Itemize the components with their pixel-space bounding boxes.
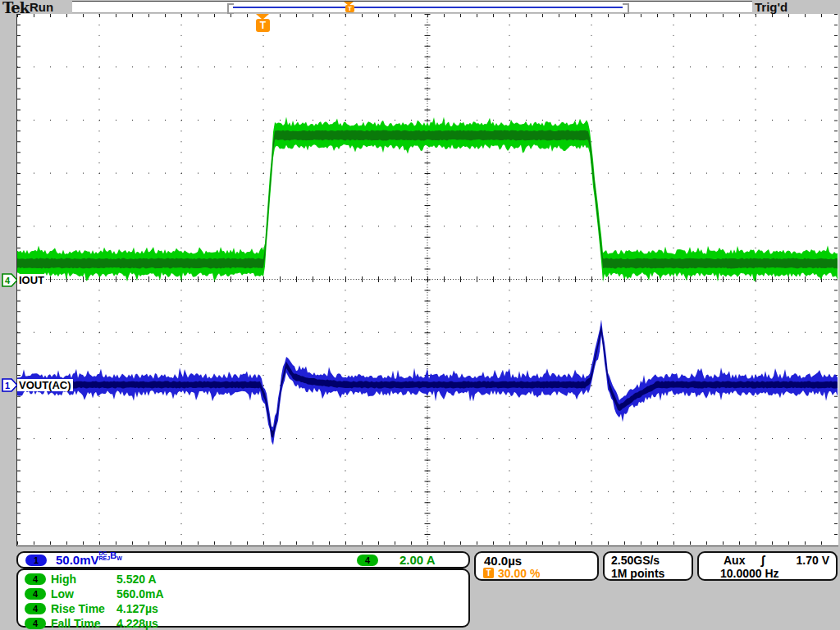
channel4-badge: 4	[25, 603, 46, 614]
channel4-badge: 4	[25, 618, 46, 629]
oscilloscope-screen: Tek Run T Trig'd T 4 1 IOUT VOUT(AC) 1 5…	[0, 0, 840, 630]
trigger-position-readout: 30.00 %	[498, 567, 540, 580]
channel4-waveform-label: IOUT	[17, 274, 46, 286]
channel4-badge: 4	[25, 588, 46, 600]
sample-rate-readout: 2.50GS/s	[611, 554, 660, 567]
trigger-status: Trig'd	[755, 0, 788, 14]
record-length-readout: 1M points	[611, 567, 664, 580]
timebase-readout: 40.0µs	[484, 554, 522, 568]
trigger-source-readout: Aux	[724, 554, 745, 567]
measurement-name: High	[51, 573, 76, 586]
measurement-value: 4.228µs	[116, 617, 158, 630]
record-line	[233, 7, 623, 8]
measurement-value: 560.0mA	[116, 587, 164, 600]
measurement-row: 4 Rise Time 4.127µs	[18, 602, 468, 616]
acquisition-status: Run	[30, 0, 53, 14]
trigger-level-readout: 1.70 V	[797, 554, 829, 567]
record-window-right-bracket	[623, 3, 629, 15]
channel4-badge: 4	[25, 573, 46, 585]
acquisition-readout-box[interactable]: 2.50GS/s 1M points	[603, 551, 693, 581]
trigger-position-marker[interactable]: T	[256, 19, 270, 32]
waveform-canvas	[17, 14, 838, 545]
measurement-name: Rise Time	[51, 602, 105, 615]
measurement-row: 4 Fall Time 4.228µs	[18, 617, 468, 630]
measurement-name: Low	[51, 587, 74, 600]
channel1-waveform-label: VOUT(AC)	[17, 379, 73, 391]
measurement-value: 5.520 A	[116, 573, 157, 586]
channel4-scale-readout: 2.00 A	[399, 553, 436, 567]
trigger-slope-icon: ∫	[761, 553, 765, 567]
trigger-frequency-readout: 10.0000 Hz	[720, 567, 779, 580]
trigger-badge-icon: T	[483, 568, 494, 578]
channel1-scale-readout: 50.0mVDCREJBW	[56, 553, 122, 567]
channel4-badge[interactable]: 4	[357, 555, 378, 566]
trigger-readout-box[interactable]: Aux ∫ 1.70 V 10.0000 Hz	[697, 551, 838, 581]
graticule	[16, 14, 838, 546]
measurement-value: 4.127µs	[116, 602, 158, 615]
svg-text:4: 4	[5, 276, 11, 285]
channel-scale-readout-box[interactable]: 1 50.0mVDCREJBW 4 2.00 A	[16, 551, 470, 568]
channel4-reference-marker-icon[interactable]: 4	[2, 273, 18, 287]
measurement-name: Fall Time	[51, 617, 100, 630]
measurement-row: 4 Low 560.0mA	[18, 587, 468, 601]
horizontal-readout-box[interactable]: 40.0µs T 30.00 %	[474, 551, 599, 581]
measurement-row: 4 High 5.520 A	[18, 573, 468, 587]
measurements-panel[interactable]: 4 High 5.520 A 4 Low 560.0mA 4 Rise Time…	[16, 568, 470, 628]
channel1-badge[interactable]: 1	[25, 555, 47, 566]
channel1-reference-marker-icon[interactable]: 1	[2, 378, 18, 392]
svg-text:1: 1	[5, 381, 10, 390]
record-window-left-bracket	[227, 3, 234, 15]
record-view-strip[interactable]: T	[72, 1, 752, 13]
record-trigger-marker-icon: T	[345, 5, 354, 12]
